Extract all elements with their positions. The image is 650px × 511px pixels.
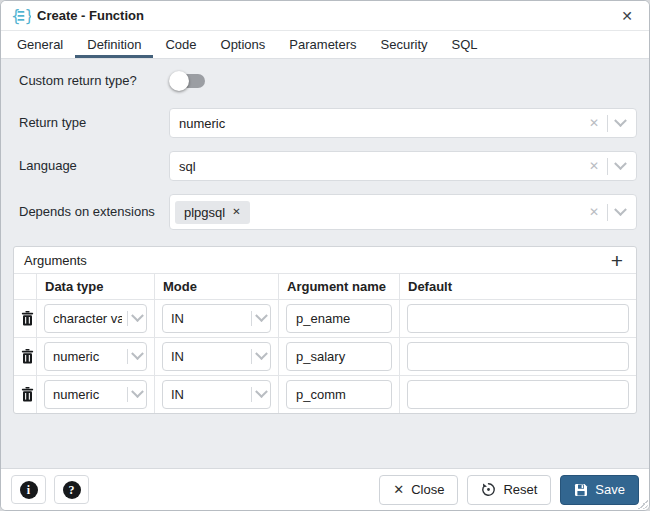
language-value: sql: [179, 159, 196, 174]
close-icon[interactable]: ✕: [617, 7, 637, 25]
add-argument-button[interactable]: +: [600, 250, 634, 271]
select-divider: [251, 349, 252, 364]
default-column-header: Default: [400, 274, 636, 299]
data-type-column-header: Data type: [37, 274, 155, 299]
svg-text:}: }: [25, 7, 32, 25]
chevron-down-icon[interactable]: [255, 309, 268, 322]
default-input[interactable]: [407, 380, 629, 409]
return-type-select[interactable]: numeric ✕: [169, 108, 637, 138]
clear-icon[interactable]: ✕: [589, 160, 599, 172]
function-icon: { }: [11, 7, 31, 25]
mode-column-header: Mode: [155, 274, 279, 299]
dialog-help-button[interactable]: ?: [54, 475, 89, 504]
default-input[interactable]: [407, 304, 629, 333]
chevron-down-icon[interactable]: [255, 385, 268, 398]
delete-column-header: [14, 274, 37, 299]
arguments-panel: Arguments + Data type Mode Argument name…: [13, 246, 637, 414]
close-x-icon: ✕: [393, 482, 404, 497]
chevron-down-icon[interactable]: [131, 347, 144, 360]
sql-help-button[interactable]: i: [11, 475, 46, 504]
chevron-down-icon[interactable]: [131, 309, 144, 322]
argument-row: numeric IN: [14, 375, 636, 413]
argument-name-input[interactable]: [286, 342, 392, 371]
select-divider: [607, 115, 608, 132]
help-icon: ?: [63, 481, 81, 499]
return-type-label: Return type: [13, 114, 169, 132]
delete-row-icon[interactable]: [21, 349, 34, 364]
close-button[interactable]: ✕ Close: [379, 475, 458, 505]
arguments-panel-title: Arguments: [24, 253, 87, 268]
argument-row: numeric IN: [14, 337, 636, 375]
data-type-select[interactable]: numeric: [44, 380, 147, 409]
tab-security[interactable]: Security: [369, 31, 440, 58]
data-type-select[interactable]: numeric: [44, 342, 147, 371]
clear-icon[interactable]: ✕: [589, 206, 599, 218]
dialog-tabbar: General Definition Code Options Paramete…: [1, 31, 649, 59]
dialog-header: { } Create - Function ✕: [1, 1, 649, 31]
argument-name-input[interactable]: [286, 380, 392, 409]
resize-grip[interactable]: [638, 499, 648, 509]
argument-name-column-header: Argument name: [279, 274, 400, 299]
dialog-title: Create - Function: [37, 8, 144, 23]
data-type-select[interactable]: character varying: [44, 304, 147, 333]
chevron-down-icon[interactable]: [255, 347, 268, 360]
depends-on-extensions-label: Depends on extensions: [13, 203, 169, 221]
mode-select[interactable]: IN: [162, 380, 271, 409]
extension-chip-label: plpgsql: [184, 205, 225, 220]
tab-general[interactable]: General: [5, 31, 75, 58]
delete-row-icon[interactable]: [21, 311, 34, 326]
select-divider: [127, 311, 128, 326]
tab-options[interactable]: Options: [209, 31, 278, 58]
toggle-knob: [169, 71, 189, 91]
save-icon: [574, 483, 588, 497]
custom-return-type-label: Custom return type?: [13, 72, 169, 90]
select-divider: [127, 349, 128, 364]
delete-row-icon[interactable]: [21, 387, 34, 402]
select-divider: [607, 204, 608, 221]
arguments-header-row: Data type Mode Argument name Default: [14, 274, 636, 299]
create-function-dialog: { } Create - Function ✕ General Definiti…: [0, 0, 650, 511]
mode-select[interactable]: IN: [162, 342, 271, 371]
argument-row: character varying IN: [14, 299, 636, 337]
tab-sql[interactable]: SQL: [440, 31, 490, 58]
info-icon: i: [20, 481, 38, 499]
select-divider: [607, 158, 608, 175]
clear-icon[interactable]: ✕: [589, 117, 599, 129]
dialog-footer: i ? ✕ Close Reset Save: [1, 468, 649, 510]
custom-return-type-toggle[interactable]: [169, 73, 205, 89]
language-select[interactable]: sql ✕: [169, 151, 637, 181]
chip-remove-icon[interactable]: ✕: [232, 207, 240, 217]
reset-icon: [481, 482, 496, 497]
tab-definition[interactable]: Definition: [75, 31, 153, 58]
language-label: Language: [13, 157, 169, 175]
chevron-down-icon[interactable]: [614, 157, 627, 170]
extension-chip: plpgsql ✕: [175, 201, 250, 224]
tab-code[interactable]: Code: [153, 31, 208, 58]
default-input[interactable]: [407, 342, 629, 371]
definition-tab-content: Custom return type? Return type numeric …: [1, 59, 649, 468]
chevron-down-icon[interactable]: [614, 114, 627, 127]
select-divider: [251, 387, 252, 402]
depends-on-extensions-select[interactable]: plpgsql ✕ ✕: [169, 194, 637, 230]
reset-button[interactable]: Reset: [467, 475, 551, 505]
tab-parameters[interactable]: Parameters: [277, 31, 368, 58]
save-button[interactable]: Save: [560, 475, 639, 505]
chevron-down-icon[interactable]: [131, 385, 144, 398]
select-divider: [127, 387, 128, 402]
return-type-value: numeric: [179, 116, 225, 131]
argument-name-input[interactable]: [286, 304, 392, 333]
mode-select[interactable]: IN: [162, 304, 271, 333]
chevron-down-icon[interactable]: [614, 203, 627, 216]
select-divider: [251, 311, 252, 326]
